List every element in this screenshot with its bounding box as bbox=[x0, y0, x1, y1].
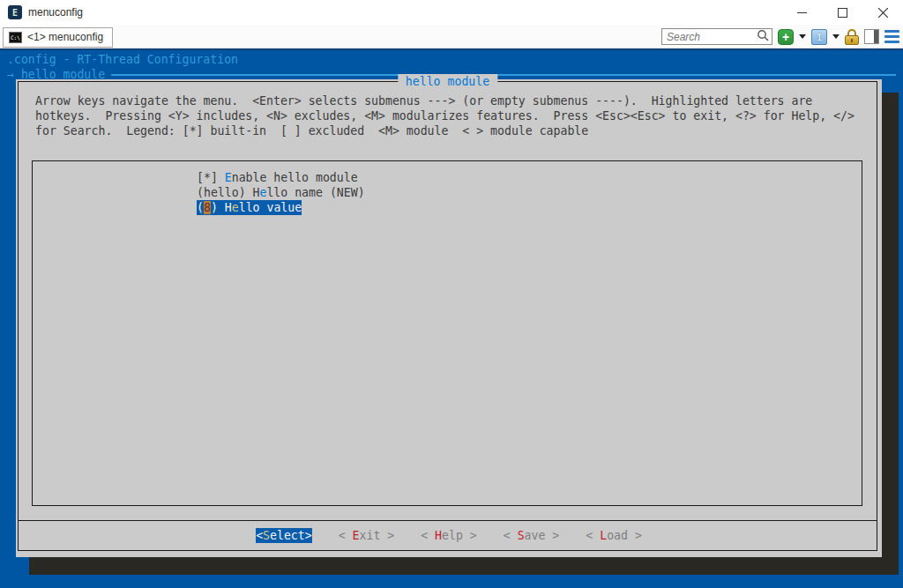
instructions-line: Arrow keys navigate the menu. <Enter> se… bbox=[35, 93, 854, 108]
menu-item-enable-hello-module[interactable]: [*] Enable hello module bbox=[197, 170, 358, 185]
dialog-shadow bbox=[882, 93, 899, 575]
item-prefix: [*] bbox=[197, 171, 225, 184]
lock-icon bbox=[845, 29, 859, 45]
select-button[interactable]: <Select> bbox=[256, 528, 312, 543]
view-panes-button[interactable] bbox=[864, 28, 879, 46]
tab-bar: C:\ <1> menuconfig + 1 bbox=[0, 25, 903, 48]
menuconfig-dialog: hello module Arrow keys navigate the men… bbox=[16, 79, 882, 557]
item-text: llo value bbox=[239, 201, 302, 214]
minimize-button[interactable] bbox=[781, 0, 822, 25]
cmd-console-icon: C:\ bbox=[9, 32, 22, 43]
search-box[interactable] bbox=[661, 28, 772, 45]
search-input[interactable] bbox=[667, 31, 757, 43]
item-text: ) H bbox=[211, 201, 232, 214]
item-prefix: ( bbox=[197, 201, 204, 214]
button-separator bbox=[19, 520, 877, 521]
window-titlebar: E menuconfig bbox=[0, 0, 903, 25]
menu-list: [*] Enable hello module (hello) Hello na… bbox=[32, 160, 862, 506]
new-console-button[interactable]: + bbox=[778, 28, 794, 46]
plus-icon: + bbox=[778, 29, 794, 45]
active-console-button[interactable]: 1 bbox=[811, 28, 827, 46]
console-list-dropdown[interactable] bbox=[832, 28, 840, 46]
close-button[interactable] bbox=[862, 0, 903, 25]
window-title: menuconfig bbox=[28, 6, 83, 19]
kconfig-header: .config - RT-Thread Configuration bbox=[7, 52, 238, 67]
help-button[interactable]: < Help > bbox=[421, 528, 477, 543]
dialog-instructions: Arrow keys navigate the menu. <Enter> se… bbox=[35, 93, 854, 138]
lock-button[interactable] bbox=[845, 28, 859, 46]
tab-label: <1> menuconfig bbox=[27, 31, 103, 43]
chevron-down-icon bbox=[832, 34, 840, 39]
main-menu-button[interactable] bbox=[884, 28, 899, 46]
item-prefix: (hello) H bbox=[197, 186, 259, 199]
window-controls bbox=[781, 0, 903, 25]
close-icon bbox=[878, 8, 888, 18]
terminal-area: .config - RT-Thread Configuration → hell… bbox=[0, 48, 903, 588]
panel-icon bbox=[864, 29, 879, 44]
dialog-shadow bbox=[29, 557, 899, 575]
tab-menuconfig[interactable]: C:\ <1> menuconfig bbox=[3, 27, 113, 48]
console-number-icon: 1 bbox=[811, 29, 827, 45]
item-text: nable hello module bbox=[232, 171, 358, 184]
maximize-button[interactable] bbox=[822, 0, 862, 25]
dialog-buttons: <Select> < Exit > < Help > < Save > < Lo… bbox=[16, 528, 882, 543]
menu-item-hello-name[interactable]: (hello) Hello name (NEW) bbox=[197, 185, 365, 200]
magnifier-icon bbox=[757, 29, 769, 45]
item-hotkey: e bbox=[232, 201, 239, 214]
chevron-down-icon bbox=[799, 34, 806, 39]
maximize-icon bbox=[838, 8, 847, 18]
item-hotkey: E bbox=[225, 171, 232, 184]
app-icon: E bbox=[8, 5, 22, 19]
load-button[interactable]: < Load > bbox=[586, 528, 642, 543]
hamburger-icon bbox=[884, 30, 899, 43]
text-cursor: 8 bbox=[204, 201, 211, 214]
menu-item-hello-value[interactable]: (8) Hello value bbox=[197, 200, 302, 215]
instructions-line: for Search. Legend: [*] built-in [ ] exc… bbox=[35, 123, 854, 138]
breadcrumb-rule bbox=[111, 74, 896, 76]
new-console-dropdown[interactable] bbox=[799, 28, 806, 46]
save-button[interactable]: < Save > bbox=[504, 528, 560, 543]
minimize-icon bbox=[797, 8, 807, 18]
exit-button[interactable]: < Exit > bbox=[339, 528, 395, 543]
dialog-title: hello module bbox=[398, 74, 497, 89]
item-text: llo name (NEW) bbox=[266, 186, 364, 199]
instructions-line: hotkeys. Pressing <Y> includes, <N> excl… bbox=[35, 108, 854, 123]
